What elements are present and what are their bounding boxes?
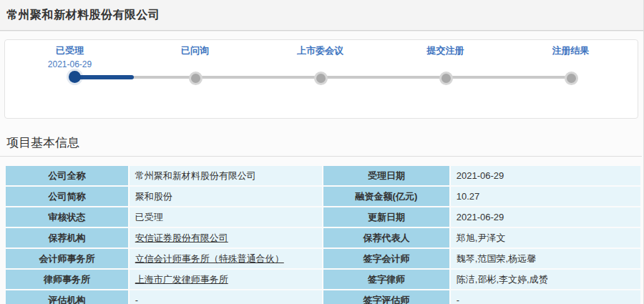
step-inquired: 已问询 xyxy=(132,44,258,69)
step-dot xyxy=(314,72,328,85)
sponsor-representatives: 郑旭,尹泽文 xyxy=(457,232,506,243)
step-date xyxy=(258,59,383,69)
step-label: 提交注册 xyxy=(383,44,508,57)
value-cell: 2021-06-29 xyxy=(451,207,640,227)
table-row: 审核状态 已受理 更新日期 2021-06-29 xyxy=(6,207,640,227)
review-progress-stepper: 已受理 2021-06-29 已问询 上市委会议 提交注册 注册结果 xyxy=(4,39,638,119)
step-submit-registration: 提交注册 xyxy=(383,44,508,69)
value-cell: 10.27 xyxy=(451,187,640,206)
company-short-name: 聚和股份 xyxy=(135,191,172,202)
step-dot-active xyxy=(69,71,81,83)
accept-date: 2021-06-29 xyxy=(457,170,504,181)
signing-lawyers: 陈洁,邵彬,李文婷,成赟 xyxy=(457,274,548,285)
step-registration-result: 注册结果 xyxy=(508,44,633,69)
company-full-name: 常州聚和新材料股份有限公司 xyxy=(135,170,256,181)
step-dot xyxy=(565,72,578,85)
table-row: 公司全称 常州聚和新材料股份有限公司 受理日期 2021-06-29 xyxy=(6,166,640,185)
accounting-firm-link[interactable]: 立信会计师事务所（特殊普通合伙） xyxy=(135,253,284,264)
label-cell: 律师事务所 xyxy=(6,270,128,289)
table-row: 律师事务所 上海市广发律师事务所 签字律师 陈洁,邵彬,李文婷,成赟 xyxy=(6,270,640,289)
page-root: 常州聚和新材料股份有限公司 已受理 2021-06-29 已问询 上市委会议 提… xyxy=(0,0,644,304)
section-title: 项目基本信息 xyxy=(6,134,79,151)
table-row: 公司简称 聚和股份 融资金额(亿元) 10.27 xyxy=(6,187,640,206)
sponsor-link[interactable]: 安信证券股份有限公司 xyxy=(135,232,228,243)
value-cell: 聚和股份 xyxy=(130,187,322,206)
signing-valuers: - xyxy=(457,295,459,304)
section-divider xyxy=(0,156,642,157)
table-row: 保荐机构 安信证券股份有限公司 保荐代表人 郑旭,尹泽文 xyxy=(6,228,640,247)
label-cell: 签字会计师 xyxy=(323,249,449,268)
signing-accountants: 魏琴,范国荣,杨远馨 xyxy=(457,253,536,264)
label-cell: 保荐代表人 xyxy=(323,228,449,247)
label-cell: 公司全称 xyxy=(6,166,128,185)
table-row: 评估机构 - 签字评估师 - xyxy=(6,290,640,304)
value-cell: 立信会计师事务所（特殊普通合伙） xyxy=(130,249,322,268)
value-cell: 安信证券股份有限公司 xyxy=(130,228,322,247)
page-title: 常州聚和新材料股份有限公司 xyxy=(0,0,643,23)
table-row: 会计师事务所 立信会计师事务所（特殊普通合伙） 签字会计师 魏琴,范国荣,杨远馨 xyxy=(6,249,640,268)
label-cell: 签字评估师 xyxy=(323,290,449,304)
step-listing-committee: 上市委会议 xyxy=(258,44,383,69)
value-cell: 上海市广发律师事务所 xyxy=(130,270,322,289)
step-date xyxy=(132,59,258,69)
page-header: 常州聚和新材料股份有限公司 xyxy=(0,0,643,31)
value-cell: - xyxy=(451,290,640,304)
step-dot xyxy=(439,72,453,85)
value-cell: 郑旭,尹泽文 xyxy=(451,228,640,247)
label-cell: 签字律师 xyxy=(323,270,449,289)
value-cell: - xyxy=(130,290,322,304)
valuation-agency: - xyxy=(135,295,138,304)
label-cell: 审核状态 xyxy=(6,207,128,227)
law-firm-link[interactable]: 上海市广发律师事务所 xyxy=(135,274,228,285)
basic-info-table: 公司全称 常州聚和新材料股份有限公司 受理日期 2021-06-29 公司简称 … xyxy=(4,165,642,304)
step-date xyxy=(508,59,633,69)
label-cell: 保荐机构 xyxy=(6,228,128,247)
step-label: 上市委会议 xyxy=(258,44,383,57)
label-cell: 融资金额(亿元) xyxy=(323,187,449,206)
value-cell: 魏琴,范国荣,杨远馨 xyxy=(451,249,640,268)
step-accepted: 已受理 2021-06-29 xyxy=(7,44,132,69)
step-date xyxy=(383,59,508,69)
value-cell: 已受理 xyxy=(130,207,322,227)
label-cell: 更新日期 xyxy=(323,207,449,227)
label-cell: 会计师事务所 xyxy=(6,249,128,268)
step-dot xyxy=(189,72,203,85)
step-date: 2021-06-29 xyxy=(7,59,132,69)
step-label: 注册结果 xyxy=(508,44,633,57)
label-cell: 受理日期 xyxy=(323,166,449,185)
label-cell: 公司简称 xyxy=(6,187,128,206)
step-label: 已问询 xyxy=(132,44,258,57)
label-cell: 评估机构 xyxy=(6,290,128,304)
value-cell: 常州聚和新材料股份有限公司 xyxy=(130,166,322,185)
value-cell: 2021-06-29 xyxy=(451,166,640,185)
update-date: 2021-06-29 xyxy=(457,212,504,222)
review-status: 已受理 xyxy=(135,212,163,222)
step-label: 已受理 xyxy=(7,44,132,57)
value-cell: 陈洁,邵彬,李文婷,成赟 xyxy=(451,270,640,289)
financing-amount: 10.27 xyxy=(457,191,480,202)
